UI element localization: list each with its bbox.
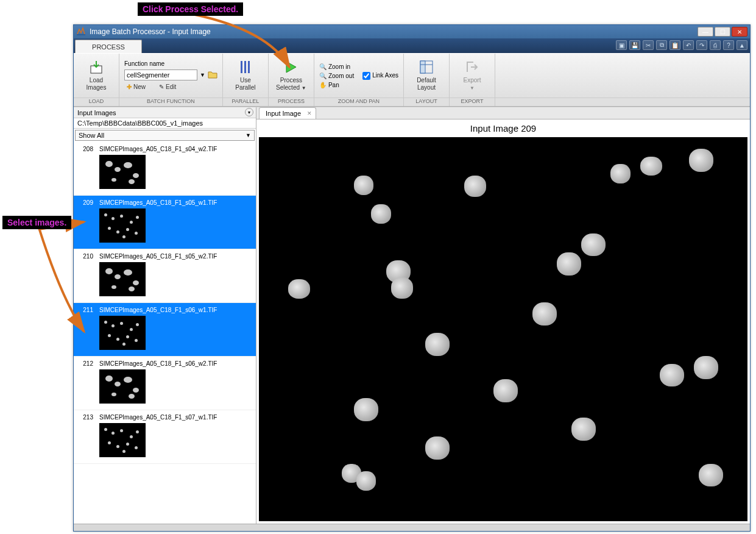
close-tab-icon[interactable]: ✕	[307, 110, 312, 116]
list-item[interactable]: 210SIMCEPImages_A05_C18_F1_s05_w2.TIF	[74, 249, 256, 303]
quick-action-icon[interactable]: ▣	[616, 40, 627, 50]
cell-blob	[689, 149, 713, 172]
cell-blob	[354, 176, 373, 195]
load-images-button[interactable]: Load Images	[79, 56, 114, 95]
image-viewer[interactable]	[259, 137, 747, 521]
ribbon: Load Images LOAD Function name ▼ ✚	[74, 53, 750, 107]
chevron-down-icon: ▼	[246, 132, 251, 138]
statusbar	[74, 524, 750, 531]
cell-blob	[571, 418, 596, 441]
minimize-button[interactable]: —	[698, 27, 713, 37]
zoom-out-label: Zoom out	[328, 73, 354, 79]
thumbnail	[99, 423, 146, 457]
sidebar-header: Input Images ▾	[74, 107, 256, 118]
item-filename: SIMCEPImages_A05_C18_F1_s06_w1.TIF	[99, 307, 217, 313]
pan-button[interactable]: ✋Pan	[319, 82, 354, 88]
cut-icon[interactable]: ✂	[643, 40, 654, 50]
export-label: Export ▼	[464, 77, 481, 91]
dropdown-arrow-icon: ▼	[302, 85, 306, 91]
cell-blob	[425, 333, 450, 356]
filter-dropdown[interactable]: Show All ▼	[75, 130, 255, 141]
list-item[interactable]: 213SIMCEPImages_A05_C18_F1_s07_w1.TIF	[74, 410, 256, 464]
default-layout-button[interactable]: Default Layout	[409, 56, 444, 95]
undo-icon[interactable]: ↶	[683, 40, 694, 50]
cell-blob	[354, 398, 378, 421]
arrow-left-2	[37, 224, 91, 340]
list-item[interactable]: 209SIMCEPImages_A05_C18_F1_s05_w1.TIF	[74, 196, 256, 249]
group-batch-label: BATCH FUNCTION	[119, 98, 222, 106]
list-item[interactable]: 211SIMCEPImages_A05_C18_F1_s06_w1.TIF	[74, 303, 256, 357]
app-logo-icon	[76, 27, 86, 37]
zoom-in-icon: 🔍	[319, 63, 327, 70]
item-number: 213	[79, 414, 93, 421]
filter-label: Show All	[79, 132, 104, 139]
app-window: Image Batch Processor - Input Image — ☐ …	[73, 24, 751, 532]
tab-input-image-label: Input Image	[266, 110, 301, 117]
sidebar-menu-icon[interactable]: ▾	[245, 108, 253, 116]
collapse-ribbon-icon[interactable]: ▲	[737, 40, 747, 50]
zoom-out-button[interactable]: 🔍Zoom out	[319, 73, 354, 79]
paste-icon[interactable]: 📋	[669, 40, 680, 50]
copy-icon[interactable]: ⧉	[656, 40, 667, 50]
tab-process[interactable]: PROCESS	[75, 40, 142, 53]
cell-blob	[660, 364, 684, 387]
zoom-in-label: Zoom in	[328, 63, 350, 70]
save-icon[interactable]: 💾	[629, 40, 640, 50]
cell-blob	[694, 356, 718, 379]
sidebar-title: Input Images	[77, 109, 116, 116]
edit-label: Edit	[166, 84, 176, 90]
maximize-button[interactable]: ☐	[715, 27, 730, 37]
svg-rect-0	[77, 34, 85, 35]
list-item[interactable]: 212SIMCEPImages_A05_C18_F1_s06_w2.TIF	[74, 357, 256, 410]
group-zoom-label: ZOOM AND PAN	[314, 98, 403, 106]
edit-function-button[interactable]: ✎ Edit	[157, 83, 178, 91]
thumbnail	[99, 155, 146, 189]
item-filename: SIMCEPImages_A05_C18_F1_s06_w2.TIF	[99, 360, 217, 367]
group-layout-label: LAYOUT	[404, 98, 449, 106]
cell-blob	[532, 302, 557, 326]
help-icon[interactable]: ?	[723, 40, 734, 50]
list-item[interactable]: 208SIMCEPImages_A05_C18_F1_s04_w2.TIF	[74, 142, 256, 196]
redo-icon[interactable]: ↷	[696, 40, 707, 50]
main-panel: Input Image ✕ Input Image 209	[256, 107, 750, 524]
viewer-title: Input Image 209	[256, 119, 750, 137]
group-export-label: EXPORT	[450, 98, 495, 106]
tab-input-image[interactable]: Input Image ✕	[259, 107, 316, 119]
dropdown-arrow-icon: ▼	[470, 85, 475, 91]
cell-blob	[464, 176, 486, 197]
item-number: 209	[79, 199, 93, 206]
item-number: 208	[79, 146, 93, 152]
export-button[interactable]: Export ▼	[454, 56, 490, 95]
thumbnail	[99, 369, 146, 404]
zoom-out-icon: 🔍	[319, 73, 327, 79]
item-filename: SIMCEPImages_A05_C18_F1_s05_w2.TIF	[99, 253, 217, 260]
default-layout-label: Default Layout	[417, 77, 436, 91]
plus-icon: ✚	[127, 84, 132, 90]
sidebar-path: C:\Temp\BBBCdata\BBBC005_v1_images	[74, 118, 256, 129]
item-filename: SIMCEPImages_A05_C18_F1_s04_w2.TIF	[99, 146, 217, 152]
zoom-in-button[interactable]: 🔍Zoom in	[319, 63, 354, 70]
ribbon-tabstrip: PROCESS ▣ 💾 ✂ ⧉ 📋 ↶ ↷ ⎙ ? ▲	[74, 38, 750, 53]
arrow-top	[183, 12, 305, 79]
thumbnail	[99, 262, 146, 296]
group-parallel-label: PARALLEL	[223, 98, 268, 106]
print-icon[interactable]: ⎙	[710, 40, 721, 50]
image-list[interactable]: 208SIMCEPImages_A05_C18_F1_s04_w2.TIF209…	[74, 142, 256, 524]
load-images-icon	[89, 60, 104, 74]
link-axes-label: Link Axes	[372, 72, 398, 79]
cell-blob	[493, 379, 518, 402]
item-number: 212	[79, 360, 93, 367]
load-images-label: Load Images	[87, 77, 107, 91]
cell-blob	[288, 279, 310, 299]
pan-label: Pan	[328, 82, 339, 88]
new-label: New	[133, 84, 146, 90]
svg-rect-6	[420, 61, 425, 73]
hand-icon: ✋	[319, 82, 327, 88]
close-button[interactable]: ✕	[732, 27, 747, 37]
group-process-label: PROCESS	[269, 98, 314, 106]
titlebar[interactable]: Image Batch Processor - Input Image — ☐ …	[74, 25, 750, 38]
item-filename: SIMCEPImages_A05_C18_F1_s05_w1.TIF	[99, 199, 217, 206]
link-axes-checkbox[interactable]	[362, 72, 370, 80]
item-filename: SIMCEPImages_A05_C18_F1_s07_w1.TIF	[99, 414, 217, 421]
new-function-button[interactable]: ✚ New	[124, 83, 148, 91]
